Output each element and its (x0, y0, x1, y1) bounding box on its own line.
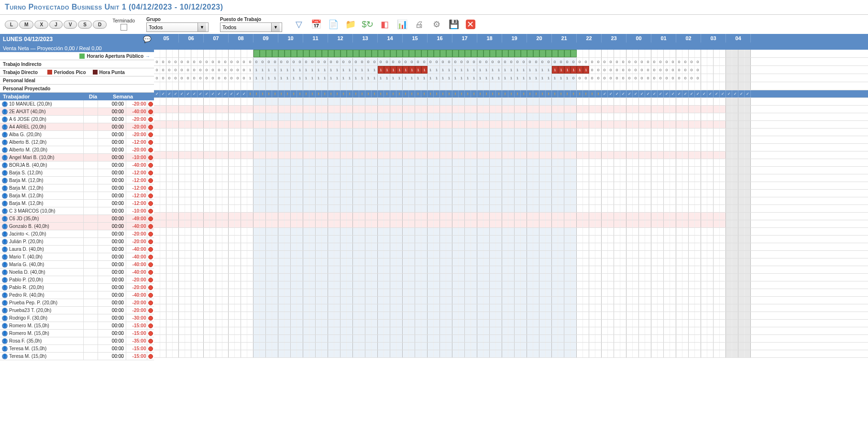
grid-cell[interactable] (185, 182, 191, 189)
grid-cell[interactable] (508, 121, 515, 128)
grid-cell[interactable] (285, 182, 291, 189)
grid-cell[interactable] (689, 297, 695, 304)
grid-cell[interactable] (229, 174, 235, 182)
grid-cell[interactable] (285, 113, 291, 120)
grid-cell[interactable]: 0 (539, 58, 546, 65)
grid-cell[interactable] (471, 136, 477, 143)
grid-cell[interactable] (633, 159, 639, 166)
grid-cell[interactable] (658, 312, 664, 319)
grid-cell[interactable] (546, 182, 552, 189)
worker-row[interactable]: 👤 Romero M. (15,0h) 00:00 -15:00 (0, 330, 154, 337)
grid-cell[interactable] (620, 151, 626, 159)
grid-cell[interactable] (658, 304, 664, 312)
grid-cell[interactable] (459, 151, 465, 159)
grid-cell[interactable] (664, 258, 670, 266)
grid-cell[interactable] (695, 312, 701, 319)
grid-cell[interactable] (714, 197, 720, 204)
grid-cell[interactable] (384, 50, 390, 57)
grid-cell[interactable]: 0 (191, 66, 198, 74)
grid-cell[interactable] (247, 312, 253, 319)
grid-cell[interactable] (496, 167, 502, 174)
day-button-L[interactable]: L (5, 21, 18, 29)
grid-cell[interactable] (483, 82, 490, 90)
grid-cell[interactable] (682, 350, 689, 357)
grid-cell[interactable] (471, 274, 477, 281)
grid-cell[interactable] (266, 144, 272, 151)
grid-cell[interactable] (720, 304, 726, 312)
grid-cell[interactable] (365, 312, 372, 319)
grid-cell[interactable]: ✓ (701, 90, 707, 97)
grid-cell[interactable] (415, 50, 421, 57)
grid-cell[interactable] (309, 197, 316, 204)
grid-cell[interactable] (626, 113, 633, 120)
grid-cell[interactable] (558, 236, 564, 243)
grid-cell[interactable] (720, 228, 726, 235)
grid-cell[interactable] (614, 82, 620, 90)
grid-cell[interactable] (365, 350, 372, 357)
grid-cell[interactable] (738, 66, 745, 74)
grid-cell[interactable] (726, 320, 732, 327)
grid-cell[interactable]: ✓ (602, 90, 608, 97)
grid-cell[interactable] (241, 289, 247, 296)
grid-cell[interactable] (477, 205, 483, 212)
grid-cell[interactable] (316, 335, 322, 342)
grid-cell[interactable] (291, 159, 297, 166)
grid-cell[interactable] (546, 274, 552, 281)
grid-cell[interactable] (334, 320, 341, 327)
grid-cell[interactable] (658, 151, 664, 159)
grid-cell[interactable] (173, 258, 179, 266)
grid-cell[interactable] (446, 289, 452, 296)
grid-cell[interactable] (359, 258, 365, 266)
grid-cell[interactable] (477, 50, 483, 57)
grid-cell[interactable] (651, 144, 658, 151)
grid-cell[interactable] (322, 297, 328, 304)
grid-cell[interactable] (365, 266, 372, 273)
grid-cell[interactable] (229, 205, 235, 212)
day-button-D[interactable]: D (93, 21, 107, 29)
grid-cell[interactable] (552, 98, 558, 105)
grid-cell[interactable] (235, 167, 241, 174)
grid-cell[interactable] (272, 121, 278, 128)
grid-cell[interactable] (508, 144, 515, 151)
worker-row[interactable]: 👤 Teresa M. (15,0h) 00:00 -15:00 (0, 345, 154, 353)
grid-cell[interactable] (440, 327, 446, 334)
grid-cell[interactable] (166, 289, 173, 296)
grid-cell[interactable] (539, 82, 546, 90)
worker-grid-row[interactable] (154, 98, 868, 106)
grid-cell[interactable]: ✓ (714, 90, 720, 97)
grid-cell[interactable] (651, 182, 658, 189)
grid-cell[interactable] (602, 327, 608, 334)
grid-cell[interactable] (222, 274, 229, 281)
grid-cell[interactable] (409, 327, 415, 334)
grid-cell[interactable] (359, 281, 365, 289)
grid-cell[interactable] (266, 312, 272, 319)
grid-cell[interactable] (316, 136, 322, 143)
grid-cell[interactable] (253, 106, 260, 113)
worker-grid-row[interactable] (154, 289, 868, 297)
grid-cell[interactable]: 1 (309, 66, 316, 74)
grid-cell[interactable] (428, 289, 434, 296)
grid-cell[interactable] (285, 266, 291, 273)
grid-cell[interactable] (166, 281, 173, 289)
grid-cell[interactable] (278, 213, 285, 220)
grid-cell[interactable] (365, 281, 372, 289)
grid-cell[interactable] (285, 228, 291, 235)
grid-cell[interactable] (626, 251, 633, 258)
grid-cell[interactable]: ! (552, 90, 558, 97)
grid-cell[interactable] (589, 258, 595, 266)
grid-cell[interactable] (390, 258, 396, 266)
grid-cell[interactable] (403, 82, 409, 90)
grid-cell[interactable]: 0 (633, 74, 639, 82)
grid-cell[interactable] (602, 190, 608, 197)
grid-cell[interactable] (266, 289, 272, 296)
grid-cell[interactable] (539, 335, 546, 342)
grid-cell[interactable] (515, 312, 521, 319)
grid-cell[interactable] (403, 159, 409, 166)
grid-cell[interactable] (179, 251, 185, 258)
grid-cell[interactable] (620, 82, 626, 90)
grid-cell[interactable] (396, 159, 403, 166)
grid-cell[interactable] (689, 274, 695, 281)
grid-cell[interactable] (334, 82, 341, 90)
worker-grid-row[interactable] (154, 182, 868, 190)
grid-cell[interactable] (303, 129, 309, 136)
